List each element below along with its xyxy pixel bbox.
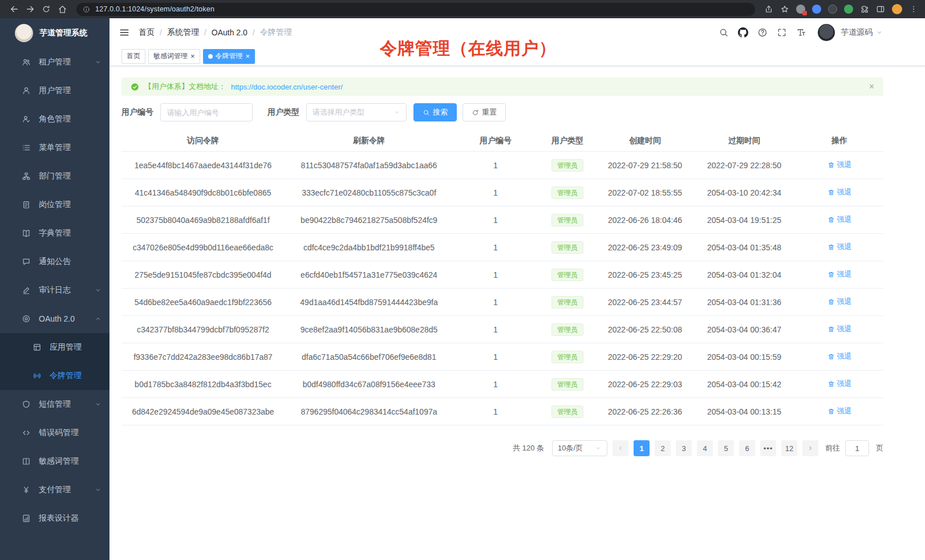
sidebar-item[interactable]: 支付管理 bbox=[0, 476, 109, 504]
trash-icon bbox=[827, 189, 835, 196]
force-logout-button[interactable]: 强退 bbox=[827, 406, 852, 416]
doc-link[interactable]: https://doc.iocoder.cn/user-center/ bbox=[231, 83, 343, 91]
sidebar-item[interactable]: 审计日志 bbox=[0, 276, 109, 305]
cell-create-time: 2022-06-25 23:45:25 bbox=[597, 270, 693, 279]
chevron-right-icon bbox=[807, 445, 814, 452]
sidebar-item[interactable]: 租户管理 bbox=[0, 48, 109, 76]
font-size-icon[interactable] bbox=[796, 27, 806, 38]
close-icon[interactable]: × bbox=[190, 52, 195, 60]
sidebar-item[interactable]: 短信管理 bbox=[0, 390, 109, 419]
alert-close-icon[interactable]: × bbox=[869, 82, 874, 91]
table-row: f9336e7c7dd242a283ee98dc86b17a87 dfa6c71… bbox=[121, 343, 883, 371]
address-bar[interactable]: 127.0.0.1:1024/system/oauth2/token bbox=[76, 3, 755, 16]
breadcrumb-item[interactable]: OAuth 2.0 bbox=[212, 28, 248, 37]
sidebar-item[interactable]: 应用管理 bbox=[0, 333, 109, 362]
trash-icon bbox=[827, 216, 835, 224]
user-type-select[interactable]: 请选择用户类型 bbox=[306, 103, 407, 121]
github-icon[interactable] bbox=[738, 27, 748, 38]
extension-icon-4[interactable] bbox=[844, 5, 853, 14]
app-icon bbox=[33, 343, 42, 352]
force-logout-button[interactable]: 强退 bbox=[827, 297, 852, 307]
close-icon[interactable]: × bbox=[246, 52, 250, 60]
side-panel-icon[interactable] bbox=[876, 5, 885, 14]
extension-icon-3[interactable] bbox=[828, 5, 837, 14]
cell-access-token: f9336e7c7dd242a283ee98dc86b17a87 bbox=[121, 352, 285, 362]
page-button[interactable]: 4 bbox=[697, 440, 713, 456]
reset-button[interactable]: 重置 bbox=[462, 103, 506, 121]
extension-icon-2[interactable] bbox=[812, 5, 821, 14]
chevron-down-icon[interactable] bbox=[876, 29, 883, 36]
sidebar-item-label: 敏感词管理 bbox=[39, 456, 102, 466]
user-type-badge: 管理员 bbox=[551, 296, 583, 309]
fullscreen-icon[interactable] bbox=[777, 27, 787, 38]
page-button[interactable]: ••• bbox=[760, 440, 776, 456]
sidebar-item[interactable]: 岗位管理 bbox=[0, 190, 109, 219]
tab[interactable]: 令牌管理 × bbox=[203, 49, 255, 64]
user-id-input[interactable] bbox=[160, 103, 253, 121]
sidebar-item[interactable]: OAuth 2.0 bbox=[0, 305, 109, 333]
page-button[interactable]: 2 bbox=[655, 440, 671, 456]
table-header: 访问令牌 刷新令牌 用户编号 用户类型 创建时间 过期时间 操作 bbox=[121, 130, 883, 152]
goto-page-input[interactable] bbox=[845, 440, 869, 456]
prev-page-button[interactable] bbox=[612, 440, 628, 456]
forward-button[interactable] bbox=[23, 2, 38, 17]
search-icon[interactable] bbox=[719, 27, 729, 38]
cell-access-token: c342377bf8b344799dcbf7bf095287f2 bbox=[121, 325, 285, 334]
force-logout-button[interactable]: 强退 bbox=[827, 242, 852, 252]
home-button[interactable] bbox=[55, 2, 70, 17]
user-avatar[interactable] bbox=[818, 24, 835, 41]
reload-button[interactable] bbox=[39, 2, 54, 17]
username[interactable]: 芋道源码 bbox=[841, 27, 873, 38]
site-info-icon[interactable] bbox=[83, 6, 90, 13]
cell-user-id: 1 bbox=[453, 325, 538, 334]
sidebar-item-label: 字典管理 bbox=[39, 228, 102, 238]
cell-refresh-token: 49d1aa46d1454fbd87591444423be9fa bbox=[285, 298, 453, 307]
extension-icon-1[interactable] bbox=[796, 5, 805, 14]
page-button[interactable]: 1 bbox=[634, 440, 650, 456]
sidebar-item[interactable]: 用户管理 bbox=[0, 76, 109, 105]
next-page-button[interactable] bbox=[802, 440, 818, 456]
browser-profile-avatar[interactable] bbox=[892, 4, 902, 14]
table-row: 275e5de9151045fe87cbdc395e004f4d e6cfd40… bbox=[121, 261, 883, 289]
sidebar-item[interactable]: 报表设计器 bbox=[0, 504, 109, 533]
sidebar-item[interactable]: 敏感词管理 bbox=[0, 447, 109, 476]
menu-icon bbox=[22, 143, 31, 152]
tab[interactable]: 敏感词管理 × bbox=[148, 49, 200, 64]
page-size-select[interactable]: 10条/页 bbox=[552, 440, 607, 456]
cell-refresh-token: e6cfd40eb1f54571a31e775e039c4624 bbox=[285, 270, 453, 279]
cell-refresh-token: 9ce8ef2aa9f14056b831ae9b608e28d5 bbox=[285, 325, 453, 334]
sidebar-item[interactable]: 字典管理 bbox=[0, 219, 109, 247]
hamburger-icon[interactable] bbox=[119, 27, 130, 38]
help-icon[interactable] bbox=[757, 27, 768, 38]
page-button[interactable]: 5 bbox=[718, 440, 734, 456]
page-button[interactable]: 6 bbox=[739, 440, 755, 456]
page-button[interactable]: 3 bbox=[676, 440, 692, 456]
sidebar-item[interactable]: 部门管理 bbox=[0, 162, 109, 190]
page-button[interactable]: 12 bbox=[781, 440, 797, 456]
sidebar-item[interactable]: 角色管理 bbox=[0, 105, 109, 133]
bookmark-star-icon[interactable] bbox=[780, 5, 789, 14]
force-logout-button[interactable]: 强退 bbox=[827, 351, 852, 362]
sidebar-item[interactable]: 令牌管理 bbox=[0, 362, 109, 390]
force-logout-button[interactable]: 强退 bbox=[827, 269, 852, 279]
sidebar-item[interactable]: 菜单管理 bbox=[0, 133, 109, 162]
sidebar-item[interactable]: 错误码管理 bbox=[0, 419, 109, 447]
force-logout-button[interactable]: 强退 bbox=[827, 160, 852, 170]
breadcrumb-item[interactable]: 系统管理 bbox=[167, 27, 199, 38]
browser-menu-icon[interactable] bbox=[909, 5, 918, 14]
force-logout-button[interactable]: 强退 bbox=[827, 187, 852, 197]
sidebar-item-label: 短信管理 bbox=[39, 399, 95, 409]
tab[interactable]: 首页 × bbox=[121, 49, 145, 64]
force-logout-button[interactable]: 强退 bbox=[827, 379, 852, 389]
share-icon[interactable] bbox=[764, 5, 773, 14]
back-button[interactable] bbox=[7, 2, 22, 17]
cell-access-token: 6d842e2924594de9a09e45e087323abe bbox=[121, 407, 285, 416]
search-button[interactable]: 搜索 bbox=[413, 103, 457, 121]
breadcrumb-item[interactable]: 首页 bbox=[139, 27, 155, 38]
force-logout-button[interactable]: 强退 bbox=[827, 214, 852, 225]
extensions-puzzle-icon[interactable] bbox=[860, 5, 869, 14]
cell-actions: 强退 bbox=[796, 160, 883, 171]
force-logout-button[interactable]: 强退 bbox=[827, 324, 852, 334]
app-logo[interactable]: 芋道管理系统 bbox=[0, 18, 109, 48]
sidebar-item[interactable]: 通知公告 bbox=[0, 247, 109, 276]
